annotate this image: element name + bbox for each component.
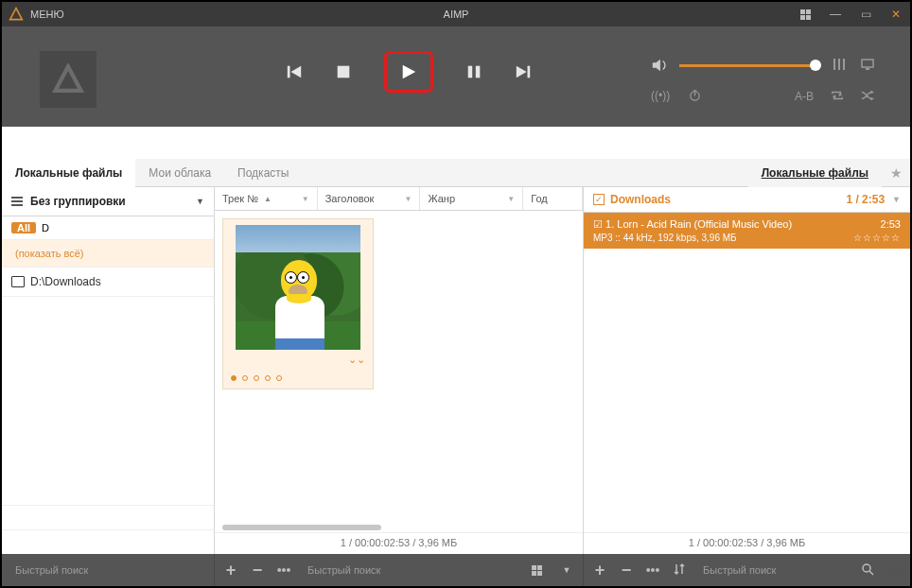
svg-rect-7 [476, 66, 481, 78]
svg-marker-3 [290, 66, 301, 78]
all-chip: All [11, 222, 36, 233]
remove-icon[interactable]: − [249, 561, 266, 580]
menu-icon[interactable] [886, 562, 903, 578]
grid-view-icon[interactable] [795, 4, 816, 25]
bottom-left-cell [2, 554, 215, 586]
svg-marker-0 [10, 9, 23, 20]
monitor-icon[interactable] [861, 58, 874, 74]
svg-rect-9 [528, 66, 531, 78]
favorite-icon[interactable]: ★ [882, 165, 910, 181]
svg-rect-6 [468, 66, 473, 78]
chevron-down-icon[interactable]: ▼ [892, 195, 901, 204]
svg-rect-2 [288, 66, 290, 78]
tab-my-clouds[interactable]: Мои облака [135, 159, 224, 187]
repeat-icon[interactable] [831, 90, 844, 104]
more-icon[interactable]: ••• [644, 562, 661, 578]
track-duration: 2:53 [881, 218, 901, 231]
transport-controls [286, 51, 532, 93]
stop-button[interactable] [335, 63, 352, 80]
right-panel: ✓ Downloads 1 / 2:53 ▼ ☑ 1. Lorn - Acid … [584, 187, 910, 554]
folder-item[interactable]: D:\Downloads [2, 268, 214, 297]
remove-icon[interactable]: − [618, 561, 635, 580]
search-icon[interactable] [859, 562, 876, 579]
pause-button[interactable] [465, 63, 482, 80]
view-grid-icon[interactable] [532, 565, 549, 576]
svg-rect-13 [843, 59, 845, 70]
left-spacer [2, 505, 214, 529]
svg-rect-14 [862, 60, 873, 67]
svg-rect-12 [838, 59, 840, 70]
radio-icon[interactable]: ((•)) [651, 89, 670, 104]
playlist-track[interactable]: ☑ 1. Lorn - Acid Rain (Official Music Vi… [584, 213, 910, 249]
album-card[interactable]: ⌄⌄ [222, 218, 374, 389]
maximize-button[interactable]: ▭ [855, 4, 876, 25]
player-panel: ((•)) A-B [2, 26, 910, 127]
player-right-controls: ((•)) A-B [651, 57, 874, 104]
prev-button[interactable] [286, 63, 303, 80]
col-genre[interactable]: Жанр▼ [420, 187, 523, 210]
svg-marker-21 [871, 90, 875, 94]
grouping-dropdown[interactable]: Без группировки ▼ [2, 187, 214, 216]
menu-button[interactable]: МЕНЮ [30, 9, 64, 20]
more-icon[interactable]: ••• [275, 562, 292, 578]
progress-area [2, 127, 910, 159]
chevron-down-icon: ▼ [196, 197, 204, 206]
filter-all-row[interactable]: All D [2, 216, 214, 240]
titlebar: МЕНЮ AIMP — ▭ ✕ [2, 2, 910, 26]
middle-panel: Трек №▲▼ Заголовок▼ Жанр▼ Год ⌄⌄ 1 / 00:… [215, 187, 584, 554]
horizontal-scrollbar[interactable] [222, 523, 575, 532]
volume-slider[interactable] [679, 64, 821, 67]
col-year[interactable]: Год [523, 187, 583, 210]
minimize-button[interactable]: — [825, 4, 846, 25]
bottom-toolbar: + − ••• ▼ + − ••• [2, 554, 910, 586]
tab-podcasts[interactable]: Подкасты [224, 159, 302, 187]
main-area: Без группировки ▼ All D (показать всё) D… [2, 187, 910, 554]
play-button[interactable] [384, 51, 433, 93]
timer-icon[interactable] [689, 89, 701, 104]
column-headers: Трек №▲▼ Заголовок▼ Жанр▼ Год [215, 187, 583, 211]
svg-line-24 [869, 571, 873, 575]
left-panel: Без группировки ▼ All D (показать всё) D… [2, 187, 215, 554]
mid-search-input[interactable] [302, 559, 522, 581]
rating-dots[interactable] [231, 375, 282, 381]
left-search-input[interactable] [9, 559, 206, 581]
col-track-no[interactable]: Трек №▲▼ [215, 187, 318, 210]
group-name: Downloads [610, 193, 671, 206]
shuffle-icon[interactable] [861, 90, 874, 104]
tab-playlist-local[interactable]: Локальные файлы [748, 159, 882, 187]
right-statusbar: 1 / 00:00:02:53 / 3,96 МБ [584, 532, 910, 554]
bottom-mid-cell: + − ••• ▼ [215, 554, 584, 586]
left-spacer [2, 529, 214, 554]
ab-repeat-button[interactable]: A-B [795, 90, 814, 103]
track-title-check: ☑ 1. Lorn - Acid Rain (Official Music Vi… [593, 218, 792, 231]
view-dropdown-icon[interactable]: ▼ [558, 565, 575, 575]
volume-icon[interactable] [651, 57, 668, 74]
svg-marker-22 [871, 96, 875, 100]
album-grid: ⌄⌄ 1 / 00:00:02:53 / 3,96 МБ [215, 211, 583, 554]
check-icon[interactable]: ✓ [593, 194, 605, 205]
folder-icon [11, 276, 25, 287]
next-button[interactable] [515, 63, 532, 80]
right-search-input[interactable] [697, 559, 850, 581]
show-all-link[interactable]: (показать всё) [2, 240, 214, 268]
middle-statusbar: 1 / 00:00:02:53 / 3,96 МБ [215, 532, 583, 554]
expand-icon[interactable]: ⌄⌄ [348, 354, 365, 366]
sort-icon[interactable] [671, 562, 688, 579]
close-button[interactable]: ✕ [886, 4, 906, 25]
volume-thumb[interactable] [810, 60, 821, 71]
album-art [236, 225, 360, 350]
track-rating[interactable]: ☆☆☆☆☆ [853, 233, 901, 243]
svg-rect-15 [866, 68, 869, 70]
playlist-group-header[interactable]: ✓ Downloads 1 / 2:53 ▼ [584, 187, 910, 213]
add-icon[interactable]: + [591, 561, 608, 580]
svg-rect-4 [338, 66, 350, 78]
app-logo-large [40, 51, 96, 108]
equalizer-icon[interactable] [833, 58, 846, 74]
tab-local-files[interactable]: Локальные файлы [2, 159, 135, 187]
bottom-right-cell: + − ••• [584, 554, 910, 586]
col-title[interactable]: Заголовок▼ [318, 187, 421, 210]
add-icon[interactable]: + [222, 561, 239, 580]
svg-marker-5 [403, 65, 416, 78]
window-title: AIMP [2, 9, 910, 20]
grouping-label: Без группировки [30, 195, 126, 208]
